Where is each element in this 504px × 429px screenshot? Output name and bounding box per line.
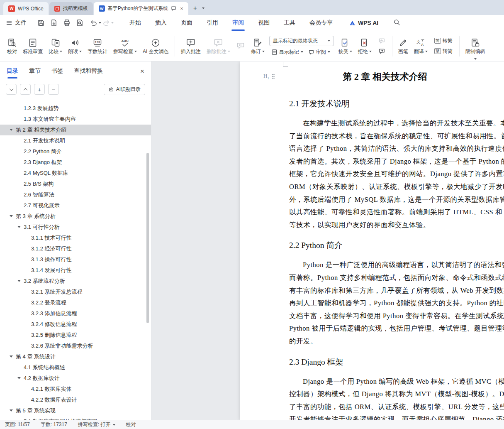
accept-button[interactable]: 接受 <box>336 36 355 56</box>
insert-comment-button[interactable]: 插入批注 <box>178 36 204 56</box>
undo-chevron-icon[interactable] <box>99 22 101 24</box>
toc-collapse-arrow-icon[interactable] <box>10 355 13 358</box>
toc-item[interactable]: 第 5 章 系统实现 <box>0 405 151 416</box>
proofread-button[interactable]: 校对 <box>4 36 20 56</box>
toc-item[interactable]: 4.1 系统结构概述 <box>0 362 151 373</box>
tab-docer-templates[interactable]: 找稻壳模板 <box>49 2 93 15</box>
toc-item[interactable]: 2.2 Python 简介 <box>0 146 151 157</box>
toc-item[interactable]: 2.6 智能算法 <box>0 189 151 200</box>
menu-tab-6[interactable]: 工具 <box>283 15 296 31</box>
proofread-indicator[interactable]: 校对 <box>126 421 136 428</box>
redo-icon[interactable] <box>102 19 110 27</box>
chat-icon[interactable] <box>171 6 176 11</box>
zoom-in-button[interactable]: + <box>34 84 45 95</box>
brush-button[interactable]: 画笔 <box>395 36 411 56</box>
read-aloud-button[interactable]: 朗读 <box>65 36 85 56</box>
toc-collapse-arrow-icon[interactable] <box>17 280 21 282</box>
toc-item[interactable]: 2.3 Django 框架 <box>0 157 151 168</box>
track-changes-button[interactable]: 修订 <box>248 36 268 56</box>
toc-collapse-arrow-icon[interactable] <box>10 129 13 131</box>
toc-item[interactable]: 3.2.3 添加信息流程 <box>0 308 151 319</box>
menu-tab-1[interactable]: 插入 <box>154 15 168 31</box>
menu-tab-4[interactable]: 审阅 <box>231 15 245 31</box>
toc-collapse-arrow-icon[interactable] <box>10 215 13 217</box>
delete-comment-button[interactable]: 删除批注 <box>204 36 233 56</box>
toc-scrollbar[interactable] <box>146 153 149 323</box>
toc-item[interactable]: 3.1.3 操作可行性 <box>0 254 151 265</box>
toc-item[interactable]: 3.1.4 发展可行性 <box>0 265 151 276</box>
toc-collapse-arrow-icon[interactable] <box>10 409 13 412</box>
new-tab-button[interactable]: + <box>193 5 197 11</box>
export-pdf-icon[interactable] <box>50 19 58 27</box>
toc-item[interactable]: 第 4 章 系统设计 <box>0 351 151 362</box>
collapse-all-button[interactable] <box>6 84 17 95</box>
undo-icon[interactable] <box>90 19 97 27</box>
toc-item[interactable]: 4.2 数据库设计 <box>0 373 151 384</box>
ribbon-collapse-icon[interactable] <box>474 58 477 60</box>
toc-item[interactable]: 3.1.2 经济可行性 <box>0 243 151 254</box>
expand-all-button[interactable] <box>20 84 31 95</box>
toc-item[interactable]: 3.2.2 登录流程 <box>0 297 151 308</box>
menu-tab-2[interactable]: 页面 <box>180 15 193 31</box>
previous-change-button[interactable] <box>376 37 387 45</box>
next-change-button[interactable] <box>376 47 387 56</box>
review-pane-button[interactable]: 审阅 <box>306 48 332 56</box>
to-simplified-button[interactable]: 繁 转简 <box>432 47 455 56</box>
previous-comment-button[interactable] <box>233 40 248 52</box>
toc-item[interactable]: 2.5 B/S 架构 <box>0 179 151 189</box>
menu-tab-0[interactable]: 开始 <box>129 15 142 31</box>
toc-item[interactable]: 3.1 可行性分析 <box>0 222 151 233</box>
ai-recognize-toc-button[interactable]: AI识别目录 <box>104 84 145 95</box>
menu-tab-5[interactable]: 视图 <box>257 15 270 31</box>
tab-wps-office[interactable]: W WPS Office <box>3 2 49 15</box>
ai-polish-button[interactable]: AI 全文润色 <box>140 36 172 56</box>
toc-item[interactable]: 5.1 数据库交互层的构建与实现 <box>0 416 151 420</box>
tab-close-icon[interactable]: × <box>180 5 183 12</box>
translate-button[interactable]: 文A 翻译 <box>411 36 431 56</box>
toc-item[interactable]: 3.1.1 技术可行性 <box>0 233 151 243</box>
compare-button[interactable]: 比较 <box>46 36 65 56</box>
toc-item[interactable]: 3.2.1 系统开发总流程 <box>0 287 151 297</box>
toc-item[interactable]: 3.2.4 修改信息流程 <box>0 319 151 330</box>
reject-button[interactable]: 拒绝 <box>355 36 375 56</box>
sidebar-close-icon[interactable]: × <box>140 68 144 75</box>
menu-tab-3[interactable]: 引用 <box>206 15 219 31</box>
word-count-button[interactable]: 123 字数统计 <box>85 36 110 56</box>
toc-item[interactable]: 4.2.2 数据库表设计 <box>0 395 151 405</box>
wps-ai-button[interactable]: WPS AI <box>349 20 378 26</box>
toc-item[interactable]: 2.1 开发技术说明 <box>0 135 151 146</box>
page-indicator[interactable]: 页面: 11/57 <box>5 421 30 428</box>
toc-item[interactable]: 第 3 章 系统分析 <box>0 211 151 222</box>
document-page[interactable]: H1 第 2 章 相关技术介绍 2.1 开发技术说明在构建学生测试系统的过程中，… <box>240 61 504 420</box>
toc-collapse-arrow-icon[interactable] <box>17 226 21 228</box>
print-preview-icon[interactable] <box>76 19 83 27</box>
save-icon[interactable] <box>37 19 45 27</box>
toc-item[interactable]: 4.2.1 数据库实体 <box>0 384 151 395</box>
print-icon[interactable] <box>63 19 71 27</box>
sidebar-tab-0[interactable]: 目录 <box>7 61 18 81</box>
restrict-edit-button[interactable]: 限制编辑 <box>463 36 488 56</box>
zoom-out-button[interactable]: − <box>48 84 59 95</box>
heading-drag-handle[interactable]: H1 <box>263 73 275 80</box>
spell-check-button[interactable]: ABC 拼写检查 <box>110 36 140 56</box>
menu-tab-7[interactable]: 会员专享 <box>309 15 334 31</box>
show-markup-button[interactable]: 显示标记 <box>269 48 305 56</box>
search-button[interactable] <box>393 19 400 27</box>
word-count-indicator[interactable]: 字数: 17317 <box>41 421 67 428</box>
sidebar-tab-2[interactable]: 书签 <box>51 61 63 81</box>
toc-item[interactable]: 3.2.5 删除信息流程 <box>0 330 151 341</box>
sidebar-tab-1[interactable]: 章节 <box>29 61 41 81</box>
toc-item[interactable]: 第 2 章 相关技术介绍 <box>0 125 151 135</box>
redo-chevron-icon[interactable] <box>111 22 114 24</box>
file-menu-button[interactable]: 文件 <box>6 19 27 27</box>
tab-list-chevron-icon[interactable] <box>202 7 205 9</box>
toc-item[interactable]: 3.2.6 系统非功能需求分析 <box>0 341 151 351</box>
toc-item[interactable]: 2.4 MySQL 数据库 <box>0 168 151 179</box>
markup-state-dropdown[interactable]: 显示标记的最终状态 <box>269 36 334 46</box>
toc-item[interactable]: 2.7 可视化展示 <box>0 200 151 211</box>
toc-item[interactable]: 1.3 本文研究主要内容 <box>0 114 151 125</box>
toc-item[interactable]: 3.2 系统流程分析 <box>0 276 151 287</box>
toc-item[interactable]: 1.2.3 发展趋势 <box>0 103 151 114</box>
sidebar-tab-3[interactable]: 查找和替换 <box>74 61 103 81</box>
tab-current-document[interactable]: W 基于Python的学生测试系统 × <box>94 2 188 15</box>
